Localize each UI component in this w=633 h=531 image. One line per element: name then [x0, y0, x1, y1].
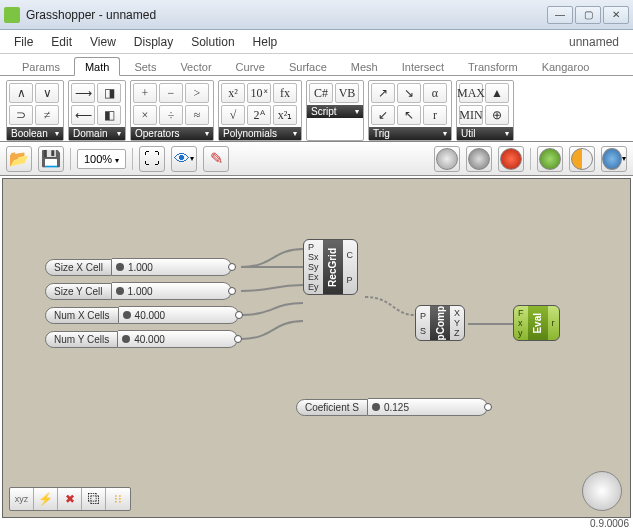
- input-port[interactable]: Sy: [308, 262, 319, 272]
- ribbon-tool[interactable]: MIN: [459, 105, 483, 125]
- ribbon-tool[interactable]: r: [423, 105, 447, 125]
- ribbon-group-label[interactable]: Operators▾: [131, 127, 213, 140]
- sketch-button[interactable]: ✎: [203, 146, 229, 172]
- tab-surface[interactable]: Surface: [279, 58, 337, 75]
- tab-intersect[interactable]: Intersect: [392, 58, 454, 75]
- input-port[interactable]: y: [518, 328, 524, 338]
- maximize-button[interactable]: ▢: [575, 6, 601, 24]
- menu-help[interactable]: Help: [253, 35, 278, 49]
- ribbon-group-label[interactable]: Boolean▾: [7, 127, 63, 140]
- ribbon-tool[interactable]: ↖: [397, 105, 421, 125]
- ribbon-tool[interactable]: ×: [133, 105, 157, 125]
- ribbon-tool[interactable]: ⟵: [71, 105, 95, 125]
- tab-mesh[interactable]: Mesh: [341, 58, 388, 75]
- output-port[interactable]: [228, 263, 236, 271]
- tab-math[interactable]: Math: [74, 57, 120, 76]
- slider-grip[interactable]: [116, 287, 124, 295]
- output-port[interactable]: X: [454, 308, 460, 318]
- open-button[interactable]: 📂: [6, 146, 32, 172]
- ribbon-tool[interactable]: ⟶: [71, 83, 95, 103]
- tab-sets[interactable]: Sets: [124, 58, 166, 75]
- ribbon-tool[interactable]: ÷: [159, 105, 183, 125]
- input-port[interactable]: P: [420, 311, 426, 321]
- cluster-button[interactable]: ⿻: [82, 488, 106, 510]
- input-port[interactable]: F: [518, 308, 524, 318]
- output-port[interactable]: r: [552, 318, 555, 328]
- number-slider[interactable]: Num X Cells40.000: [45, 305, 239, 325]
- output-port[interactable]: [228, 287, 236, 295]
- number-slider[interactable]: Size X Cell1.000: [45, 257, 232, 277]
- ribbon-tool[interactable]: 10ˣ: [247, 83, 271, 103]
- zoom-select[interactable]: 100% ▾: [77, 149, 126, 169]
- ribbon-group-label[interactable]: Domain▾: [69, 127, 125, 140]
- ribbon-group-label[interactable]: Util▾: [457, 127, 513, 140]
- slider-grip[interactable]: [372, 403, 380, 411]
- output-port[interactable]: C: [347, 250, 354, 260]
- ribbon-tool[interactable]: ≠: [35, 105, 59, 125]
- output-port[interactable]: [234, 335, 242, 343]
- preview-mesh-button[interactable]: [569, 146, 595, 172]
- input-port[interactable]: Ey: [308, 282, 319, 292]
- ribbon-tool[interactable]: x²₁: [273, 105, 297, 125]
- slider-track[interactable]: 1.000: [112, 282, 232, 300]
- ribbon-tool[interactable]: ↘: [397, 83, 421, 103]
- ribbon-tool[interactable]: x²: [221, 83, 245, 103]
- ribbon-tool[interactable]: α: [423, 83, 447, 103]
- slider-track[interactable]: 0.125: [368, 398, 488, 416]
- lock-button[interactable]: ✖: [58, 488, 82, 510]
- menu-view[interactable]: View: [90, 35, 116, 49]
- ribbon-tool[interactable]: 2ᴬ: [247, 105, 271, 125]
- menu-solution[interactable]: Solution: [191, 35, 234, 49]
- output-port[interactable]: Y: [454, 318, 460, 328]
- tab-vector[interactable]: Vector: [170, 58, 221, 75]
- solver-button[interactable]: ⚡: [34, 488, 58, 510]
- slider-grip[interactable]: [123, 311, 131, 319]
- ribbon-group-label[interactable]: Polynomials▾: [219, 127, 301, 140]
- ribbon-group-label[interactable]: Trig▾: [369, 127, 451, 140]
- slider-track[interactable]: 40.000: [119, 306, 239, 324]
- tab-params[interactable]: Params: [12, 58, 70, 75]
- ribbon-tool[interactable]: ⊕: [485, 105, 509, 125]
- input-port[interactable]: x: [518, 318, 524, 328]
- tab-kangaroo[interactable]: Kangaroo: [532, 58, 600, 75]
- input-port[interactable]: P: [308, 242, 319, 252]
- ribbon-tool[interactable]: ↙: [371, 105, 395, 125]
- output-port[interactable]: Z: [454, 328, 460, 338]
- ribbon-tool[interactable]: ∨: [35, 83, 59, 103]
- input-port[interactable]: S: [420, 326, 426, 336]
- close-button[interactable]: ✕: [603, 6, 629, 24]
- slider-grip[interactable]: [122, 335, 130, 343]
- input-port[interactable]: Sx: [308, 252, 319, 262]
- number-slider[interactable]: Size Y Cell1.000: [45, 281, 232, 301]
- ribbon-tool[interactable]: −: [159, 83, 183, 103]
- selected-only-button[interactable]: [498, 146, 524, 172]
- ribbon-group-label[interactable]: Script▾: [307, 105, 363, 118]
- ribbon-tool[interactable]: MAX: [459, 83, 483, 103]
- menu-file[interactable]: File: [14, 35, 33, 49]
- ribbon-tool[interactable]: √: [221, 105, 245, 125]
- preview-render-button[interactable]: ▾: [601, 146, 627, 172]
- menu-edit[interactable]: Edit: [51, 35, 72, 49]
- menu-display[interactable]: Display: [134, 35, 173, 49]
- no-preview-button[interactable]: [537, 146, 563, 172]
- component-recgrid[interactable]: PSxSyExEyRecGridCP: [303, 239, 358, 295]
- wireframe-button[interactable]: [434, 146, 460, 172]
- ribbon-tool[interactable]: ↗: [371, 83, 395, 103]
- slider-track[interactable]: 1.000: [112, 258, 232, 276]
- preview-button[interactable]: 👁▾: [171, 146, 197, 172]
- output-port[interactable]: P: [347, 275, 354, 285]
- ribbon-tool[interactable]: +: [133, 83, 157, 103]
- ribbon-tool[interactable]: C#: [309, 83, 333, 103]
- xyz-button[interactable]: xyz: [10, 488, 34, 510]
- ribbon-tool[interactable]: ⊃: [9, 105, 33, 125]
- ribbon-tool[interactable]: VB: [335, 83, 359, 103]
- tab-transform[interactable]: Transform: [458, 58, 528, 75]
- slider-grip[interactable]: [116, 263, 124, 271]
- input-port[interactable]: Ex: [308, 272, 319, 282]
- ribbon-tool[interactable]: ∧: [9, 83, 33, 103]
- component-pcomp[interactable]: PSpCompXYZ: [415, 305, 465, 341]
- output-port[interactable]: [235, 311, 243, 319]
- number-slider[interactable]: Coeficient S0.125: [296, 397, 488, 417]
- ribbon-tool[interactable]: ≈: [185, 105, 209, 125]
- ribbon-tool[interactable]: ◨: [97, 83, 121, 103]
